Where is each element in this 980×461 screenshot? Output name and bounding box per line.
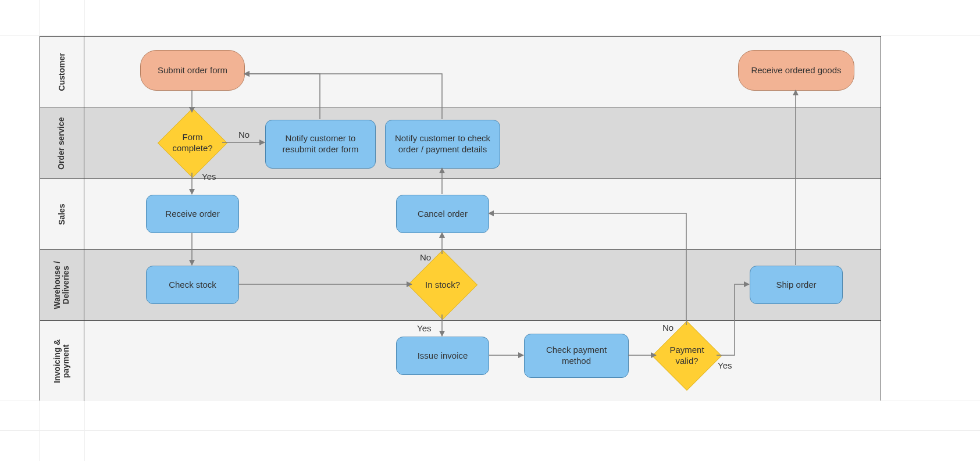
node-label: Receive ordered goods [751,65,841,76]
node-label: Notify customer to check order / payment… [391,133,494,155]
node-check-stock[interactable]: Check stock [146,266,239,304]
edge-label-no: No [237,130,251,140]
node-label: Cancel order [418,209,468,220]
node-check-payment[interactable]: Check payment method [524,334,629,378]
node-label: Check stock [169,280,216,291]
node-notify-resubmit[interactable]: Notify customer to resubmit order form [265,120,376,169]
node-notify-check[interactable]: Notify customer to check order / payment… [385,120,500,169]
edge-label-yes: Yes [416,323,432,333]
node-label: Notify customer to resubmit order form [272,133,369,155]
node-receive-goods[interactable]: Receive ordered goods [738,50,854,91]
node-cancel-order[interactable]: Cancel order [396,195,489,233]
node-ship-order[interactable]: Ship order [750,266,843,304]
node-receive-order[interactable]: Receive order [146,195,239,233]
lane-label: Invoicing & payment [53,339,71,383]
diagram-canvas: Customer Order service Sales Warehouse /… [0,0,980,461]
lane-header-order-service: Order service [40,108,84,178]
lane-header-customer: Customer [40,37,84,108]
node-label: Receive order [165,209,219,220]
lane-header-invoicing: Invoicing & payment [40,321,84,401]
node-submit-order[interactable]: Submit order form [140,50,245,91]
edge-label-yes: Yes [201,171,217,181]
edge-label-no: No [419,252,432,262]
edge-label-yes: Yes [717,360,733,370]
lane-label: Customer [58,53,66,91]
lane-header-sales: Sales [40,179,84,249]
lane-header-warehouse: Warehouse / Deliveries [40,250,84,320]
node-label: Ship order [776,280,816,291]
edge-label-no: No [661,323,675,333]
node-in-stock[interactable]: In stock? [408,250,477,320]
node-label: Issue invoice [418,351,468,362]
node-label: Submit order form [158,65,227,76]
node-label: Payment valid? [658,345,716,367]
swimlane-pool: Customer Order service Sales Warehouse /… [40,36,881,401]
node-label: In stock? [425,280,460,291]
lane-label: Sales [58,203,66,225]
node-label: Check payment method [530,345,622,367]
lane-label: Order service [58,117,66,169]
lane-label: Warehouse / Deliveries [53,261,71,309]
node-form-complete[interactable]: Form complete? [158,108,227,178]
node-issue-invoice[interactable]: Issue invoice [396,337,489,375]
node-label: Form complete? [163,132,222,154]
